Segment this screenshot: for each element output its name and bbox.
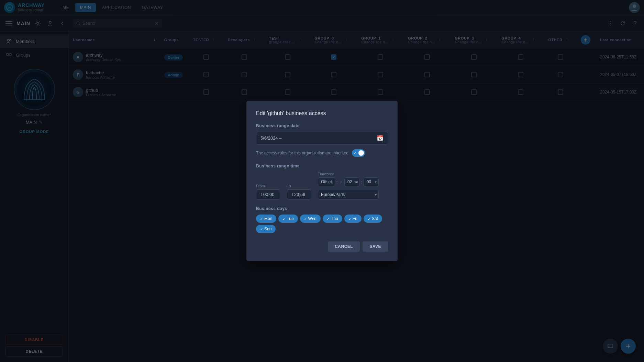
day-chip-mon[interactable]: ✓ Mon: [256, 215, 276, 223]
time-section: Business range time From T00:00 To T23:5…: [256, 164, 388, 199]
tz-colon2: :: [361, 179, 362, 185]
timezone-group: Timezone Offset : + 02 ▾ :: [318, 172, 379, 199]
time-row: From T00:00 To T23:59 Timezone Offset : …: [256, 172, 388, 199]
dialog-title: Edit 'github' business access: [256, 110, 388, 117]
edit-business-access-dialog: Edit 'github' business access Business r…: [246, 101, 398, 261]
tz-min-select[interactable]: 00: [364, 177, 379, 186]
tz-label: Timezone: [318, 172, 379, 176]
section-date-label: Business range date: [256, 123, 388, 128]
date-input[interactable]: [260, 135, 377, 141]
tz-min-wrap: 00: [364, 177, 379, 186]
day-check-tue: ✓: [282, 217, 285, 221]
day-chip-wed[interactable]: ✓ Wed: [300, 215, 321, 223]
day-chip-sat[interactable]: ✓ Sat: [364, 215, 382, 223]
tz-offset-label: Offset: [318, 177, 335, 186]
days-section: Business days ✓ Mon✓ Tue✓ Wed✓ Thu✓ Fri✓…: [256, 206, 388, 233]
inherited-row: The access rules for this organization a…: [256, 149, 388, 157]
tz-hour-select[interactable]: 02: [344, 177, 359, 186]
tz-colon1: :: [336, 179, 338, 185]
day-check-thu: ✓: [327, 217, 330, 221]
to-label: To: [287, 184, 311, 188]
day-label-wed: Wed: [308, 216, 317, 221]
tz-city-row: Europe/Paris: [318, 190, 379, 199]
day-label-fri: Fri: [353, 216, 357, 221]
day-chip-sun[interactable]: ✓ Sun: [256, 225, 276, 233]
day-check-wed: ✓: [304, 217, 307, 221]
section-time-label: Business range time: [256, 164, 388, 168]
calendar-icon[interactable]: 📅: [377, 135, 384, 141]
day-label-sat: Sat: [372, 216, 378, 221]
day-label-thu: Thu: [331, 216, 338, 221]
day-chip-fri[interactable]: ✓ Fri: [344, 215, 362, 223]
from-value[interactable]: T00:00: [256, 189, 280, 199]
tz-plus: +: [339, 179, 343, 185]
date-input-row: 📅: [256, 132, 388, 144]
section-days-label: Business days: [256, 206, 388, 211]
save-button[interactable]: SAVE: [363, 241, 388, 252]
from-time-group: From T00:00: [256, 184, 280, 199]
days-row: ✓ Mon✓ Tue✓ Wed✓ Thu✓ Fri✓ Sat✓ Sun: [256, 215, 388, 233]
dialog-footer: CANCEL SAVE: [256, 241, 388, 252]
toggle-check-icon: ✓: [354, 151, 356, 155]
day-label-mon: Mon: [264, 216, 272, 221]
day-chip-tue[interactable]: ✓ Tue: [278, 215, 298, 223]
day-check-sat: ✓: [368, 217, 370, 221]
day-check-mon: ✓: [260, 217, 263, 221]
tz-city-select[interactable]: Europe/Paris: [318, 190, 379, 199]
day-label-tue: Tue: [287, 216, 293, 221]
day-label-sun: Sun: [264, 227, 271, 231]
to-time-group: To T23:59: [287, 184, 311, 199]
cancel-button[interactable]: CANCEL: [328, 241, 360, 252]
tz-hour-wrap: 02 ▾: [344, 177, 359, 186]
tz-offset-row: Offset : + 02 ▾ : 00: [318, 177, 379, 186]
day-check-sun: ✓: [260, 227, 263, 231]
day-check-fri: ✓: [348, 217, 351, 221]
inherited-label: The access rules for this organization a…: [256, 151, 348, 155]
to-value[interactable]: T23:59: [287, 189, 311, 199]
from-label: From: [256, 184, 280, 188]
dialog-overlay: Edit 'github' business access Business r…: [0, 0, 644, 362]
inherited-toggle[interactable]: ✓: [352, 149, 365, 157]
day-chip-thu[interactable]: ✓ Thu: [323, 215, 342, 223]
